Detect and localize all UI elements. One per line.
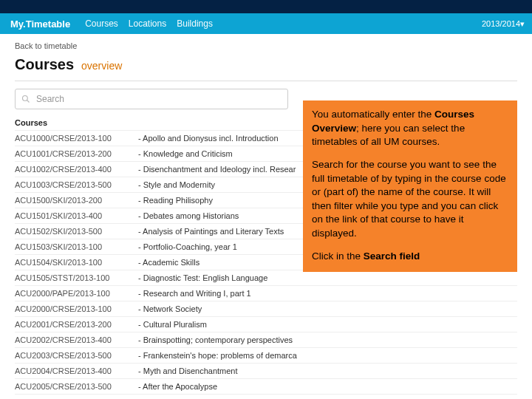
course-code: ACU1503/SKI/2013-100 [15, 242, 129, 251]
course-code: ACU1500/SKI/2013-200 [15, 196, 129, 205]
top-banner [0, 0, 532, 13]
course-title: - After the Apocalypse [138, 382, 517, 391]
nav-links: Courses Locations Buildings [81, 18, 213, 29]
page-subtitle: overview [81, 60, 122, 72]
course-row[interactable]: ACU2000/CRSE/2013-100- Network Society [15, 301, 517, 316]
search-input[interactable]: Search [15, 89, 288, 109]
svg-point-0 [23, 96, 28, 101]
course-code: ACU2002/CRSE/2013-400 [15, 335, 129, 344]
nav-link-courses[interactable]: Courses [85, 18, 118, 29]
course-code: ACU1501/SKI/2013-400 [15, 211, 129, 220]
course-code: ACU1001/CRSE/2013-200 [15, 149, 129, 158]
course-code: ACU1504/SKI/2013-100 [15, 258, 129, 267]
nav-link-locations[interactable]: Locations [129, 18, 166, 29]
search-placeholder: Search [36, 94, 64, 104]
nav-link-buildings[interactable]: Buildings [177, 18, 213, 29]
callout-p3: Click in the Search field [312, 250, 508, 264]
course-title: - Diagnostic Test: English Language [138, 273, 517, 282]
course-code: ACU2004/CRSE/2013-400 [15, 366, 129, 375]
course-code: ACU1003/CRSE/2013-500 [15, 180, 129, 189]
course-row[interactable]: ACU2004/CRSE/2013-400- Myth and Disencha… [15, 363, 517, 378]
search-icon [21, 95, 30, 103]
course-row[interactable]: ACU2005/CRSE/2013-500- After the Apocaly… [15, 378, 517, 394]
course-code: ACU1502/SKI/2013-500 [15, 227, 129, 236]
course-row[interactable]: ACU2002/CRSE/2013-400- Brainspotting; co… [15, 332, 517, 347]
help-callout: You automatically enter the Courses Over… [303, 100, 517, 272]
course-row[interactable]: ACU2006/CRSE/2013-400- The European Stat… [15, 394, 517, 399]
course-code: ACU2000/PAPE/2013-100 [15, 289, 129, 298]
course-title: - Brainspotting; contemporary perspectiv… [138, 335, 517, 344]
course-code: ACU1000/CRSE/2013-100 [15, 134, 129, 143]
course-row[interactable]: ACU2001/CRSE/2013-200- Cultural Pluralis… [15, 316, 517, 332]
course-title: - Network Society [138, 304, 517, 313]
callout-p2: Search for the course you want to see th… [312, 158, 508, 241]
back-link[interactable]: Back to timetable [0, 34, 532, 56]
navbar: My.Timetable Courses Locations Buildings… [0, 13, 532, 34]
year-selector[interactable]: 2013/2014▾ [474, 19, 532, 29]
course-code: ACU1505/STST/2013-100 [15, 273, 129, 282]
page-title: Courses [15, 56, 74, 73]
course-code: ACU2003/CRSE/2013-500 [15, 351, 129, 360]
course-title: - Frankenstein's hope: problems of demar… [138, 351, 517, 360]
brand-logo[interactable]: My.Timetable [0, 18, 81, 30]
course-code: ACU2001/CRSE/2013-200 [15, 320, 129, 329]
svg-line-1 [27, 100, 30, 103]
divider [15, 81, 517, 81]
course-code: ACU2005/CRSE/2013-500 [15, 382, 129, 391]
course-title: - Cultural Pluralism [138, 320, 517, 329]
course-title: - Research and Writing I, part 1 [138, 289, 517, 298]
course-row[interactable]: ACU2000/PAPE/2013-100- Research and Writ… [15, 285, 517, 301]
course-title: - Myth and Disenchantment [138, 366, 517, 375]
course-row[interactable]: ACU2003/CRSE/2013-500- Frankenstein's ho… [15, 347, 517, 363]
course-code: ACU1002/CRSE/2013-400 [15, 165, 129, 174]
callout-p1: You automatically enter the Courses Over… [312, 108, 508, 149]
course-code: ACU2000/CRSE/2013-100 [15, 304, 129, 313]
page-heading: Courses overview [0, 56, 532, 78]
